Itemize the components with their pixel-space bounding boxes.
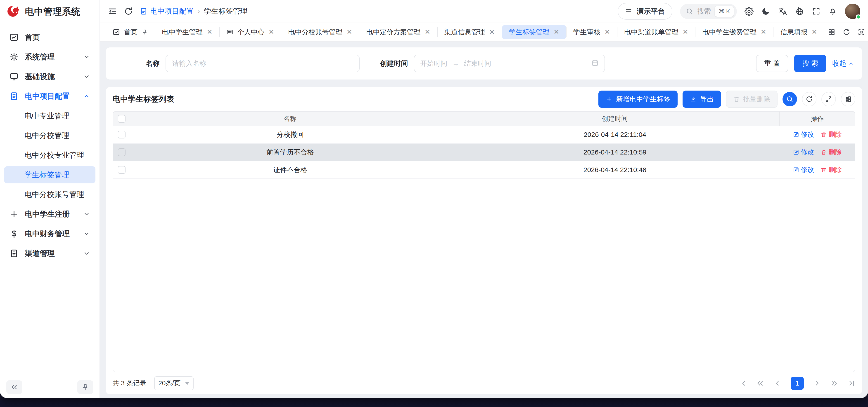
sidebar-item-label: 学生标签管理	[24, 170, 69, 180]
tab-student-payment[interactable]: 电中学生缴费管理 ✕	[695, 25, 773, 39]
user-avatar[interactable]	[845, 4, 860, 19]
table-expand-button[interactable]	[822, 92, 836, 106]
close-icon[interactable]: ✕	[207, 29, 212, 35]
tab-student-mgmt[interactable]: 电中学生管理 ✕	[155, 25, 219, 39]
table-search-button[interactable]	[782, 92, 797, 106]
table-row[interactable]: 分校撤回 2026-04-14 22:11:04 修改 删除	[113, 126, 855, 144]
tab-student-audit[interactable]: 学生审核 ✕	[566, 25, 617, 39]
close-icon[interactable]: ✕	[811, 29, 817, 35]
prev-page-button[interactable]	[773, 379, 781, 387]
delete-link[interactable]: 删除	[820, 148, 842, 157]
close-icon[interactable]: ✕	[683, 29, 688, 35]
reset-button[interactable]: 重 置	[756, 55, 788, 72]
tab-pricing[interactable]: 电中定价方案管理 ✕	[360, 25, 437, 39]
row-checkbox[interactable]	[118, 131, 126, 138]
close-icon[interactable]: ✕	[346, 29, 352, 35]
dark-mode-button[interactable]	[761, 7, 770, 16]
sidebar-item-major-mgmt[interactable]: 电中专业管理	[4, 107, 95, 125]
tab-channel-bill[interactable]: 电中渠道账单管理 ✕	[617, 25, 695, 39]
batch-delete-button[interactable]: 批量删除	[726, 91, 778, 108]
close-icon[interactable]: ✕	[489, 29, 495, 35]
menu-fold-button[interactable]	[107, 6, 117, 16]
row-actions: 修改 删除	[780, 165, 855, 174]
delete-link[interactable]: 删除	[820, 165, 842, 174]
first-page-button[interactable]	[739, 379, 747, 387]
sidebar-item-branch-account-mgmt[interactable]: 电中分校账号管理	[4, 186, 95, 203]
search-icon	[686, 8, 693, 15]
first-page-icon	[739, 379, 747, 387]
language-button[interactable]	[778, 6, 787, 16]
close-icon[interactable]: ✕	[761, 29, 766, 35]
pin-icon	[82, 383, 89, 391]
sidebar-item-branch-mgmt[interactable]: 电中分校管理	[4, 127, 95, 144]
tab-info-fill[interactable]: 信息填报 ✕	[773, 25, 824, 39]
row-checkbox[interactable]	[118, 148, 126, 156]
collapse-filter-link[interactable]: 收起	[832, 59, 854, 68]
sidebar-item-finance-mgmt[interactable]: 电中财务管理	[4, 225, 95, 242]
timezone-button[interactable]	[795, 7, 804, 16]
name-input[interactable]	[165, 55, 360, 72]
edit-link[interactable]: 修改	[793, 130, 814, 139]
sidebar-item-student-register[interactable]: 电中学生注册	[4, 206, 95, 223]
sidebar-item-student-tag-mgmt[interactable]: 学生标签管理	[4, 166, 95, 183]
sidebar-collapse-button[interactable]	[6, 380, 22, 394]
breadcrumb-parent[interactable]: 电中项目配置	[140, 6, 194, 16]
jump-back-button[interactable]	[756, 379, 764, 387]
tab-channel-info[interactable]: 渠道信息管理 ✕	[438, 25, 502, 39]
table-refresh-button[interactable]	[802, 92, 816, 106]
caret-down-icon	[185, 382, 189, 385]
sidebar-pin-button[interactable]	[78, 380, 93, 394]
delete-link[interactable]: 删除	[820, 130, 842, 139]
sidebar-item-channel-mgmt[interactable]: 渠道管理	[4, 245, 95, 262]
edit-link[interactable]: 修改	[793, 165, 814, 174]
chevron-down-icon	[83, 73, 90, 80]
content-fullscreen-button[interactable]	[854, 23, 868, 41]
tabs-overview-button[interactable]	[824, 23, 839, 41]
add-student-tag-button[interactable]: 新增电中学生标签	[598, 91, 678, 108]
close-icon[interactable]: ✕	[269, 29, 274, 35]
jump-forward-button[interactable]	[831, 379, 838, 387]
sidebar-item-system[interactable]: 系统管理	[4, 48, 95, 66]
search-button[interactable]: 搜 索	[794, 55, 827, 72]
current-page-button[interactable]: 1	[790, 377, 804, 390]
gear-icon	[745, 7, 753, 16]
page-size-select[interactable]: 20条/页	[154, 376, 194, 390]
close-icon[interactable]: ✕	[554, 29, 559, 35]
next-page-button[interactable]	[813, 379, 821, 387]
platform-switcher[interactable]: 演示平台	[618, 3, 672, 20]
tab-student-tag[interactable]: 学生标签管理 ✕	[502, 25, 566, 39]
table-row[interactable]: 证件不合格 2026-04-14 22:10:48 修改 删除	[113, 161, 855, 179]
grid-icon	[828, 28, 835, 36]
sidebar-item-home[interactable]: 首页	[4, 29, 95, 46]
table-row[interactable]: 前置学历不合格 2026-04-14 22:10:59 修改 删除	[113, 144, 855, 161]
date-range-picker[interactable]: 开始时间 → 结束时间	[414, 55, 605, 72]
sidebar-item-infrastructure[interactable]: 基础设施	[4, 68, 95, 85]
export-button[interactable]: 导出	[683, 91, 721, 108]
global-search[interactable]: 搜索 ⌘ K	[680, 4, 737, 19]
tab-profile[interactable]: 个人中心 ✕	[220, 25, 281, 39]
sidebar-item-branch-major-mgmt[interactable]: 电中分校专业管理	[4, 146, 95, 164]
sidebar-item-label: 基础设施	[25, 72, 55, 82]
sidebar-item-project-config[interactable]: 电中项目配置	[4, 88, 95, 105]
close-icon[interactable]: ✕	[604, 29, 610, 35]
tabs-refresh-button[interactable]	[839, 23, 854, 41]
created-time-label: 创建时间	[380, 59, 408, 68]
edit-link[interactable]: 修改	[793, 148, 814, 157]
tab-branch-account[interactable]: 电中分校账号管理 ✕	[281, 25, 359, 39]
select-all-checkbox[interactable]	[118, 115, 126, 123]
last-page-button[interactable]	[848, 379, 855, 387]
column-settings-button[interactable]	[841, 92, 855, 106]
chevron-up-icon	[848, 61, 854, 66]
notifications-button[interactable]	[828, 7, 837, 16]
filter-actions: 重 置 搜 索 收起	[756, 55, 854, 72]
column-header-created: 创建时间	[450, 111, 780, 126]
row-select-cell	[113, 166, 130, 174]
row-name: 前置学历不合格	[130, 148, 450, 157]
fullscreen-button[interactable]	[812, 7, 820, 15]
settings-button[interactable]	[745, 7, 753, 16]
refresh-page-button[interactable]	[124, 7, 133, 16]
close-icon[interactable]: ✕	[425, 29, 430, 35]
tab-home[interactable]: 首页	[106, 25, 155, 39]
topbar-right: 演示平台 搜索 ⌘ K	[618, 3, 860, 20]
row-checkbox[interactable]	[118, 166, 126, 174]
